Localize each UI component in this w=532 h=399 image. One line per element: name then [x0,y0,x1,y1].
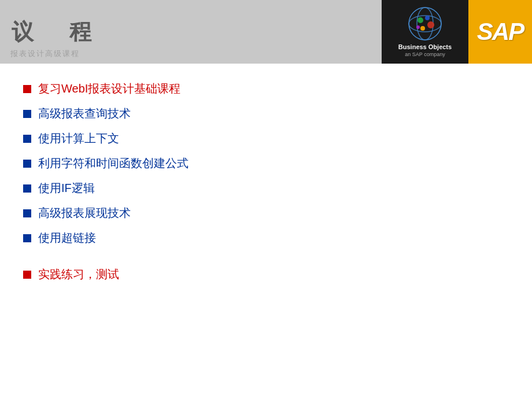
bullet-webi [23,85,31,93]
bo-brand-text: Business Objects [398,43,452,51]
svg-point-4 [418,17,423,23]
menu-item-display-text: 高级报表展现技术 [38,205,131,221]
bullet-display [23,209,31,217]
menu-item-calc-text: 使用计算上下文 [38,131,119,146]
bullet-practice [23,271,31,279]
menu-item-hyperlink-text: 使用超链接 [38,230,96,246]
menu-item-calc: 使用计算上下文 [23,131,509,146]
sap-logo: SAP [468,0,532,64]
header-watermark: 报表设计高级课程 [10,49,80,59]
menu-item-query: 高级报表查询技术 [23,106,509,121]
menu-item-if-text: 使用IF逻辑 [38,180,95,196]
bo-sub-brand-text: an SAP company [405,51,445,57]
bullet-hyperlink [23,234,31,242]
menu-item-if: 使用IF逻辑 [23,180,509,196]
menu-item-display: 高级报表展现技术 [23,205,509,221]
sap-logo-text: SAP [477,18,523,46]
menu-item-webi: 复习WebI报表设计基础课程 [23,81,509,97]
menu-item-hyperlink: 使用超链接 [23,230,509,246]
bullet-query [23,110,31,118]
svg-point-6 [427,21,434,28]
bullet-calc [23,135,31,143]
menu-item-query-text: 高级报表查询技术 [38,106,131,121]
content-area: 复习WebI报表设计基础课程 高级报表查询技术 使用计算上下文 利用字符和时间函… [0,64,532,309]
page-title: 议 程 [12,17,98,47]
bullet-formula [23,160,31,168]
bo-globe-icon [408,6,442,41]
menu-item-practice-text: 实践练习，测试 [38,267,119,282]
svg-point-7 [420,26,425,31]
menu-item-formula-text: 利用字符和时间函数创建公式 [38,156,189,171]
section-spacer [23,255,509,267]
menu-item-practice: 实践练习，测试 [23,267,509,282]
header: 议 程 报表设计高级课程 Business Objects an SAP com… [0,0,532,64]
business-objects-logo: Business Objects an SAP company [382,0,468,64]
bullet-if [23,184,31,193]
header-title-area: 议 程 报表设计高级课程 [0,0,382,64]
menu-item-webi-text: 复习WebI报表设计基础课程 [38,81,180,97]
svg-point-8 [416,25,420,29]
menu-item-formula: 利用字符和时间函数创建公式 [23,156,509,171]
svg-point-5 [425,16,430,20]
